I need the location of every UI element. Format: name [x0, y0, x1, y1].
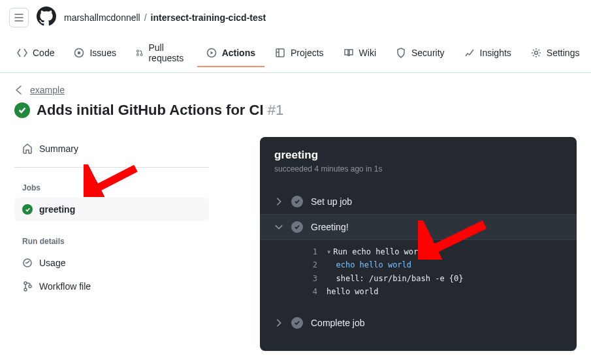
back-link-label: example — [30, 85, 65, 95]
tab-pulls[interactable]: Pull requests — [127, 35, 196, 72]
content-area: example Adds initial GitHub Actions for … — [0, 73, 591, 363]
sidebar-usage[interactable]: Usage — [14, 251, 209, 275]
svg-point-11 — [29, 285, 31, 288]
sidebar-job-greeting[interactable]: greeting — [14, 198, 209, 221]
log-line: 1▾Run echo hello world — [303, 245, 562, 258]
step-complete[interactable]: Complete job — [274, 311, 562, 335]
title-text: Adds initial GitHub Actions for CI — [37, 102, 264, 118]
svg-rect-6 — [276, 49, 284, 57]
svg-point-10 — [24, 288, 27, 291]
tab-wiki[interactable]: Wiki — [334, 40, 385, 67]
step-label: Complete job — [311, 318, 365, 328]
log-text: hello world — [327, 285, 378, 298]
tab-insights[interactable]: Insights — [455, 40, 520, 67]
repo-nav: Code Issues Pull requests Actions Projec… — [0, 35, 591, 73]
tab-label: Actions — [222, 48, 255, 58]
tab-projects[interactable]: Projects — [266, 40, 333, 67]
breadcrumb: marshallmcdonnell / intersect-training-c… — [64, 12, 266, 23]
step-setup[interactable]: Set up job — [274, 189, 562, 214]
chevron-down-icon — [274, 222, 283, 232]
log-line: 3 shell: /usr/bin/bash -e {0} — [303, 272, 562, 285]
tab-label: Code — [33, 48, 54, 58]
tab-settings[interactable]: Settings — [522, 40, 589, 67]
log-text: Run echo hello world — [333, 247, 428, 256]
sidebar-summary[interactable]: Summary — [14, 137, 209, 160]
log-panel: greeting succeeded 4 minutes ago in 1s S… — [260, 137, 577, 351]
svg-point-9 — [24, 282, 27, 284]
sidebar-summary-label: Summary — [39, 144, 78, 154]
tab-code[interactable]: Code — [8, 40, 63, 67]
log-output: 1▾Run echo hello world 2 echo hello worl… — [274, 240, 562, 305]
separator — [14, 167, 209, 168]
tab-label: Projects — [291, 48, 324, 58]
tab-issues[interactable]: Issues — [65, 40, 125, 67]
success-icon — [291, 196, 303, 207]
tab-label: Security — [411, 48, 445, 58]
tab-label: Pull requests — [148, 42, 186, 63]
log-text: echo hello world — [336, 260, 411, 269]
success-icon — [291, 317, 303, 329]
log-line: 2 echo hello world — [303, 258, 562, 271]
success-icon — [14, 102, 30, 118]
page-title: Adds initial GitHub Actions for CI #1 — [37, 102, 283, 119]
step-label: Greeting! — [311, 222, 349, 232]
svg-point-1 — [78, 52, 80, 54]
log-text: shell: /usr/bin/bash -e {0} — [336, 274, 463, 283]
sidebar-workflow-file-label: Workflow file — [39, 281, 91, 292]
success-icon — [291, 221, 303, 233]
tab-label: Issues — [89, 48, 116, 58]
hamburger-button[interactable] — [9, 8, 29, 27]
breadcrumb-repo[interactable]: intersect-training-cicd-test — [151, 12, 266, 23]
chevron-right-icon — [274, 318, 283, 327]
svg-point-4 — [140, 53, 142, 55]
svg-point-2 — [136, 50, 138, 52]
success-icon — [22, 204, 33, 215]
chevron-right-icon — [274, 197, 283, 206]
back-link[interactable]: example — [14, 85, 577, 95]
tab-label: Insights — [480, 48, 511, 58]
job-title: greeting — [274, 149, 562, 162]
title-number: #1 — [268, 102, 283, 118]
tab-actions[interactable]: Actions — [197, 40, 264, 67]
sidebar-jobs-heading: Jobs — [14, 174, 209, 198]
sidebar-workflow-file[interactable]: Workflow file — [14, 275, 209, 298]
tab-security[interactable]: Security — [387, 40, 454, 67]
tab-label: Settings — [547, 48, 580, 58]
sidebar-run-details-heading: Run details — [14, 228, 209, 251]
tab-label: Wiki — [359, 48, 376, 58]
log-line: 4hello world — [303, 285, 562, 298]
github-logo[interactable] — [37, 7, 56, 28]
svg-point-3 — [136, 53, 138, 55]
sidebar: Summary Jobs greeting Run details Usage … — [14, 137, 209, 351]
page-title-row: Adds initial GitHub Actions for CI #1 — [14, 102, 577, 119]
steps-list: Set up job Greeting! 1▾Run echo hello wo… — [274, 189, 562, 335]
breadcrumb-owner[interactable]: marshallmcdonnell — [64, 12, 140, 23]
sidebar-usage-label: Usage — [39, 258, 65, 268]
job-status: succeeded 4 minutes ago in 1s — [274, 164, 562, 174]
step-label: Set up job — [311, 196, 352, 207]
top-bar: marshallmcdonnell / intersect-training-c… — [0, 0, 591, 35]
step-greeting[interactable]: Greeting! — [260, 214, 577, 240]
svg-point-7 — [534, 52, 537, 55]
sidebar-job-label: greeting — [39, 204, 75, 215]
